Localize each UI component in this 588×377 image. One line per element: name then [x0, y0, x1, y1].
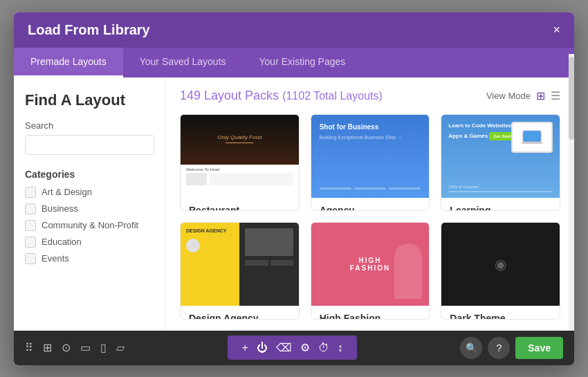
mobile-icon[interactable]: ▱ — [116, 341, 125, 354]
bottom-toolbar: ⠿ ⊞ ⊙ ▭ ▯ ▱ + ⏻ ⌫ ⚙ ⏱ ↕ 🔍 ? Save — [14, 331, 574, 365]
grid-view-icon[interactable]: ⊞ — [536, 89, 545, 102]
category-label-education: Education — [42, 237, 82, 247]
view-mode-label: View Mode — [486, 91, 531, 101]
settings-icon[interactable]: ⚙ — [300, 341, 310, 354]
categories-title: Categories — [25, 169, 154, 180]
resize-icon[interactable]: ↕ — [338, 342, 343, 354]
card-restaurant[interactable]: Only Quality Food Welcome To Hotel — [180, 114, 300, 212]
tablet-icon[interactable]: ▯ — [100, 341, 107, 354]
cards-grid: Only Quality Food Welcome To Hotel — [180, 114, 560, 320]
content-header: 149 Layout Packs (1102 Total Layouts) Vi… — [180, 89, 560, 103]
category-item-business[interactable]: Business — [25, 203, 154, 214]
category-item-events[interactable]: Events — [25, 253, 154, 264]
scroll-thumb[interactable] — [569, 77, 574, 140]
category-checkbox-events[interactable] — [25, 253, 36, 264]
total-layouts: (1102 Total Layouts) — [282, 90, 383, 102]
category-label-events: Events — [42, 253, 69, 264]
view-mode-controls: View Mode ⊞ ☰ — [486, 89, 560, 102]
toolbar-right: 🔍 ? Save — [460, 337, 563, 359]
search-icon[interactable]: ⊙ — [62, 341, 71, 354]
modal-body: Find A Layout Search Categories Art & De… — [14, 77, 574, 331]
svg-rect-0 — [523, 131, 541, 142]
add-icon[interactable]: + — [241, 342, 248, 354]
drag-handle-icon[interactable]: ⠿ — [25, 341, 33, 354]
category-checkbox-art[interactable] — [25, 187, 36, 198]
sidebar-title: Find A Layout — [25, 91, 154, 109]
tab-saved-layouts[interactable]: Your Saved Layouts — [123, 48, 243, 77]
card-thumbnail-agency: Shot for Business Building Exceptional B… — [311, 115, 430, 198]
category-item-art[interactable]: Art & Design — [25, 187, 154, 198]
card-info-restaurant: Restaurant Layout Pack — [181, 198, 299, 212]
search-button[interactable]: 🔍 — [460, 337, 482, 359]
save-button[interactable]: Save — [515, 337, 563, 359]
modal: Load From Library × Premade Layouts Your… — [14, 12, 574, 365]
desktop-icon[interactable]: ▭ — [80, 341, 91, 354]
svg-rect-1 — [522, 142, 542, 144]
help-button[interactable]: ? — [488, 337, 510, 359]
card-thumbnail-design: DESIGN AGENCY — [181, 223, 299, 306]
card-name-lms: Learning Management (LMS) — [450, 205, 551, 212]
card-info-dark: Dark Theme Layout Pack — [441, 306, 560, 320]
card-thumbnail-dark: ◉ — [441, 223, 560, 306]
trash-icon[interactable]: ⌫ — [276, 341, 292, 354]
category-checkbox-business[interactable] — [25, 203, 36, 214]
card-thumbnail-fashion: HIGH FASHION — [311, 223, 430, 306]
card-thumbnail-lms: Learn to Code Websites,Apps & Games Get … — [441, 115, 560, 198]
category-label-art: Art & Design — [42, 187, 92, 197]
card-agency[interactable]: Shot for Business Building Exceptional B… — [311, 114, 430, 212]
card-name-design: Design Agency — [189, 313, 291, 320]
category-checkbox-education[interactable] — [25, 237, 36, 248]
toolbar-left: ⠿ ⊞ ⊙ ▭ ▯ ▱ — [25, 341, 125, 354]
power-icon[interactable]: ⏻ — [257, 342, 268, 354]
card-fashion[interactable]: HIGH FASHION High Fashion Layout Pack — [311, 222, 430, 320]
category-item-education[interactable]: Education — [25, 237, 154, 248]
card-lms[interactable]: Learn to Code Websites,Apps & Games Get … — [441, 114, 560, 212]
category-label-community: Community & Non-Profit — [42, 220, 138, 230]
card-name-restaurant: Restaurant — [189, 205, 291, 212]
card-info-lms: Learning Management (LMS) Layout Pack — [441, 198, 560, 212]
history-icon[interactable]: ⏱ — [318, 342, 329, 354]
search-label: Search — [25, 120, 154, 131]
tab-premade[interactable]: Premade Layouts — [14, 48, 123, 77]
category-item-community[interactable]: Community & Non-Profit — [25, 220, 154, 231]
category-checkbox-community[interactable] — [25, 220, 36, 231]
category-label-business: Business — [42, 203, 78, 214]
card-design-agency[interactable]: DESIGN AGENCY Design Agency — [180, 222, 300, 320]
search-input[interactable] — [25, 135, 154, 155]
card-name-agency: Agency — [320, 205, 421, 212]
card-name-fashion: High Fashion — [320, 313, 421, 320]
card-info-fashion: High Fashion Layout Pack — [311, 306, 430, 320]
sidebar: Find A Layout Search Categories Art & De… — [14, 77, 166, 331]
card-info-design: Design Agency Layout Pack — [181, 306, 299, 320]
card-dark[interactable]: ◉ Dark Theme Layout Pack — [441, 222, 560, 320]
modal-title: Load From Library — [28, 22, 150, 38]
layout-count: 149 Layout Packs (1102 Total Layouts) — [180, 89, 383, 103]
tab-existing-pages[interactable]: Your Existing Pages — [243, 48, 362, 77]
main-content: 149 Layout Packs (1102 Total Layouts) Vi… — [166, 77, 574, 331]
tab-bar: Premade Layouts Your Saved Layouts Your … — [14, 48, 574, 77]
card-info-agency: Agency Layout Pack — [311, 198, 430, 212]
card-name-dark: Dark Theme — [450, 313, 551, 320]
grid-icon[interactable]: ⊞ — [43, 341, 52, 354]
modal-header: Load From Library × — [14, 12, 574, 48]
scroll-bar[interactable] — [569, 77, 574, 331]
list-view-icon[interactable]: ☰ — [551, 89, 560, 102]
modal-close-button[interactable]: × — [553, 24, 560, 36]
card-thumbnail-restaurant: Only Quality Food Welcome To Hotel — [181, 115, 299, 198]
toolbar-center: + ⏻ ⌫ ⚙ ⏱ ↕ — [228, 335, 356, 360]
